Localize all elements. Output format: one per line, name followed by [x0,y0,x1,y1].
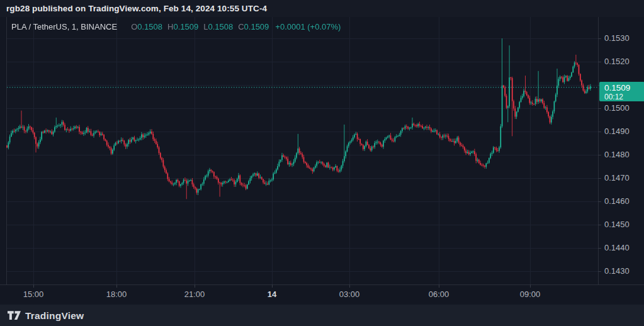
legend-ohlc-value: 0.1508 [208,22,233,31]
price-axis-label: 0.1490 [604,126,630,137]
legend-ohlc-label: O [131,22,137,31]
price-axis-label: 0.1440 [604,243,630,253]
price-axis-label: 0.1530 [604,33,630,43]
price-axis-tick [598,178,601,179]
tradingview-logo-icon[interactable] [8,311,21,320]
price-axis-label: 0.1500 [604,103,630,113]
price-axis-tick [598,248,601,249]
price-axis-label: 0.1430 [604,266,630,276]
legend-ohlc-value: 0.1509 [244,22,269,31]
price-change: +0.0001 (+0.07%) [275,22,341,31]
legend-ohlc-label: H [167,22,173,31]
time-axis-tick [116,284,117,288]
header-bar: rgb28 published on TradingView.com, Feb … [0,0,644,17]
price-axis-label: 0.1520 [604,57,630,67]
time-axis[interactable]: 15:0018:0021:001403:0006:0009:00 [0,284,644,305]
tradingview-published-chart: rgb28 published on TradingView.com, Feb … [0,0,644,326]
price-axis-tick [598,201,601,202]
price-axis-tick [598,38,601,39]
ohlc-values: O0.1508H0.1509L0.1508C0.1509 [126,22,269,31]
price-axis-label: 0.1460 [604,196,630,206]
footer-bar: TradingView [0,304,644,326]
symbol-legend[interactable]: PLA / TetherUS, 1, BINANCE O0.1508H0.150… [11,22,341,31]
time-axis-tick [439,284,439,288]
chart-pane[interactable]: PLA / TetherUS, 1, BINANCE O0.1508H0.150… [0,17,644,304]
time-axis-tick [33,284,34,288]
price-axis-label: 0.1450 [604,220,630,230]
brand-name[interactable]: TradingView [25,310,84,322]
last-price-value: 0.1509 [604,82,644,93]
price-axis-label: 0.1480 [604,150,630,160]
time-axis-label: 18:00 [106,289,127,299]
bar-countdown: 00:12 [604,93,644,101]
legend-ohlc-value: 0.1508 [137,22,162,31]
time-axis-tick [349,284,350,288]
legend-ohlc-label: C [238,22,244,31]
price-axis-tick [598,62,601,62]
price-axis-tick [598,271,601,272]
time-axis-label: 21:00 [184,289,205,299]
time-axis-label: 09:00 [520,289,541,299]
time-axis-label: 14 [268,289,276,299]
price-axis[interactable]: 0.1509 00:12 0.15300.15200.15100.15000.1… [598,17,644,284]
price-axis-tick [598,155,601,155]
time-axis-label: 03:00 [339,289,360,299]
price-axis-tick [598,108,601,109]
symbol-title[interactable]: PLA / TetherUS, 1, BINANCE [11,22,117,31]
legend-ohlc-value: 0.1509 [173,22,198,31]
header-attribution: rgb28 published on TradingView.com, Feb … [6,4,267,13]
time-axis-label: 15:00 [23,289,44,299]
price-axis-tick [598,225,601,225]
price-chart-canvas[interactable] [0,17,598,284]
price-axis-tick [598,132,601,132]
time-axis-tick [272,284,273,288]
last-price-badge: 0.1509 00:12 [599,82,644,101]
time-axis-tick [530,284,531,288]
price-axis-label: 0.1470 [604,173,630,183]
time-axis-label: 06:00 [429,289,449,299]
time-axis-tick [195,284,195,288]
